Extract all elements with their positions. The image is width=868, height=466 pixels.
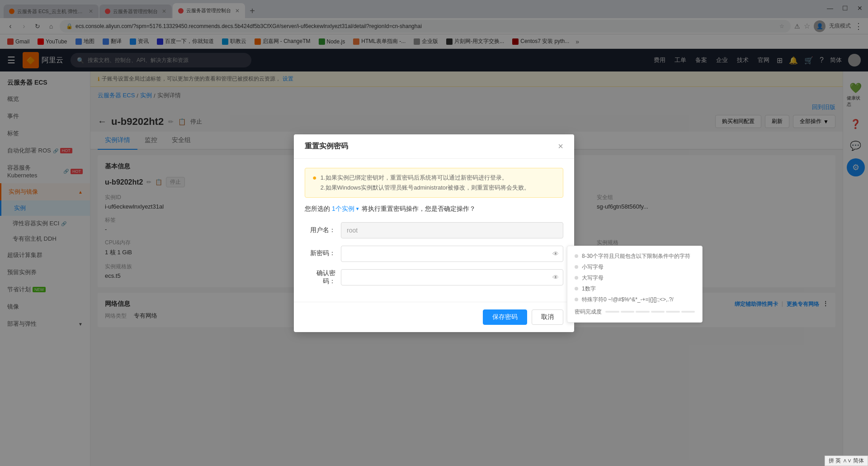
dialog-body: ● 1.如果实例已绑定密钥对，重置密码后系统将可以通过新密码进行登录。 2.如果…: [294, 159, 574, 302]
confirm-pwd-wrapper: 👁: [341, 269, 563, 285]
warning-line-1: 1.如果实例已绑定密钥对，重置密码后系统将可以通过新密码进行登录。: [321, 174, 530, 182]
hint-dot-5: [575, 298, 578, 301]
confirm-pwd-label: 确认密码：: [305, 269, 341, 285]
instance-count-link[interactable]: 1个实例 ▼: [332, 205, 360, 213]
hint-item-3: 大写字母: [575, 274, 695, 282]
hint-dot-4: [575, 287, 578, 290]
save-password-btn[interactable]: 保存密码: [483, 309, 527, 325]
confirm-suffix: 将执行重置密码操作，您是否确定操作？: [362, 205, 476, 213]
dialog-close-btn[interactable]: ×: [558, 142, 563, 151]
ime-label: 拼 英 ∧∨ 简体: [829, 457, 864, 464]
password-hint-popup: 8-30个字符且只能包含以下限制条件中的字符 小写字母 大写字母 1数: [567, 246, 703, 323]
warning-dot-icon: ●: [312, 174, 317, 192]
confirm-eye-icon[interactable]: 👁: [552, 274, 559, 281]
instance-count-text: 1个实例: [332, 205, 354, 213]
ime-bar: 拼 英 ∧∨ 简体: [825, 456, 868, 466]
strength-row: 密码完成度: [575, 308, 695, 316]
cancel-btn[interactable]: 取消: [532, 309, 563, 325]
hint-text-5: 特殊字符0 ~!@#$%^&*_-+=|{}[]:;<>,.?/: [582, 296, 674, 304]
hint-item-5: 特殊字符0 ~!@#$%^&*_-+=|{}[]:;<>,.?/: [575, 296, 695, 304]
username-label: 用户名：: [305, 226, 341, 234]
strength-bars: [605, 311, 695, 313]
username-input[interactable]: [341, 222, 563, 238]
hint-dot-3: [575, 276, 578, 280]
new-pwd-input[interactable]: [341, 246, 563, 262]
dropdown-icon[interactable]: ▼: [355, 206, 360, 211]
strength-bar-6: [681, 311, 695, 313]
warning-box: ● 1.如果实例已绑定密钥对，重置密码后系统将可以通过新密码进行登录。 2.如果…: [305, 168, 563, 198]
confirm-text-row: 您所选的 1个实例 ▼ 将执行重置密码操作，您是否确定操作？: [305, 205, 563, 213]
hint-text-4: 1数字: [582, 285, 596, 293]
form-new-pwd: 新密码： 👁 8-30个字符且只能包含以下限制条件中的字符 小写字母: [305, 246, 563, 262]
modal-overlay[interactable]: 重置实例密码 × ● 1.如果实例已绑定密钥对，重置密码后系统将可以通过新密码进…: [0, 0, 868, 466]
hint-text-3: 大写字母: [582, 274, 604, 282]
warning-content: 1.如果实例已绑定密钥对，重置密码后系统将可以通过新密码进行登录。 2.如果Wi…: [321, 174, 530, 192]
hint-text-1: 8-30个字符且只能包含以下限制条件中的字符: [582, 252, 690, 260]
hint-item-1: 8-30个字符且只能包含以下限制条件中的字符: [575, 252, 695, 260]
dialog-title: 重置实例密码: [305, 142, 348, 151]
hint-dot-1: [575, 254, 578, 258]
dialog-header: 重置实例密码 ×: [294, 134, 574, 159]
hint-text-2: 小写字母: [582, 263, 604, 271]
warning-line-2: 2.如果Windows实例默认管理员账号administrator被修改，则重置…: [321, 184, 530, 192]
confirm-prefix: 您所选的: [305, 205, 330, 213]
strength-bar-5: [666, 311, 680, 313]
form-confirm-pwd: 确认密码： 👁: [305, 269, 563, 285]
strength-bar-3: [636, 311, 650, 313]
confirm-pwd-input[interactable]: [341, 269, 563, 285]
hint-dot-2: [575, 265, 578, 269]
reset-password-dialog: 重置实例密码 × ● 1.如果实例已绑定密钥对，重置密码后系统将可以通过新密码进…: [294, 134, 574, 332]
strength-bar-2: [621, 311, 635, 313]
pwd-eye-icon[interactable]: 👁: [552, 250, 559, 257]
username-field-wrapper: [341, 222, 563, 238]
strength-bar-1: [605, 311, 619, 313]
hint-item-2: 小写字母: [575, 263, 695, 271]
new-pwd-wrapper: 👁 8-30个字符且只能包含以下限制条件中的字符 小写字母: [341, 246, 563, 262]
hint-item-4: 1数字: [575, 285, 695, 293]
form-username: 用户名：: [305, 222, 563, 238]
strength-label: 密码完成度: [575, 308, 602, 316]
new-pwd-label: 新密码：: [305, 246, 341, 257]
dialog-footer: 保存密码 取消: [294, 302, 574, 332]
strength-bar-4: [651, 311, 665, 313]
